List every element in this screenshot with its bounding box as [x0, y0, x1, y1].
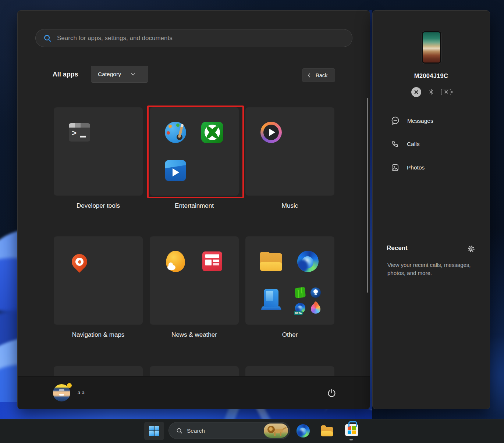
recent-description: View your recent calls, messages, photos…: [387, 261, 480, 277]
photos-label: Photos: [407, 164, 425, 171]
store-running-indicator: [349, 439, 353, 440]
scrollbar-thumb[interactable]: [367, 98, 368, 293]
start-menu-panel: All apps Category Back >: [17, 10, 370, 409]
phone-menu-messages[interactable]: Messages: [390, 116, 433, 126]
category-label: Other: [245, 331, 334, 339]
media-player-icon: [260, 121, 282, 143]
category-tile-news-weather[interactable]: [150, 236, 239, 325]
gear-icon: [467, 245, 475, 253]
microsoft-store-icon: [345, 424, 358, 436]
phone-menu-photos[interactable]: Photos: [390, 163, 425, 172]
start-search-bar[interactable]: [35, 29, 352, 47]
taskbar-search-box[interactable]: Search: [168, 422, 290, 439]
weather-icon: [164, 250, 187, 272]
chevron-down-icon: [131, 72, 136, 77]
category-tile-music[interactable]: [245, 107, 334, 196]
category-tile-partial[interactable]: [245, 366, 334, 376]
photos-icon: [390, 163, 400, 172]
back-button[interactable]: Back: [302, 68, 335, 82]
header-divider: [86, 69, 86, 81]
category-tile-other[interactable]: BETA: [245, 236, 334, 325]
entertainment-highlight-box: [147, 106, 244, 198]
category-tile-navigation-maps[interactable]: [54, 236, 143, 325]
tips-bulb-icon: [310, 287, 321, 298]
phone-menu-calls[interactable]: Calls: [390, 139, 419, 149]
edge-beta-label: BETA: [294, 311, 303, 315]
messages-label: Messages: [407, 118, 433, 124]
recent-settings-button[interactable]: [467, 244, 476, 253]
user-name[interactable]: a a: [78, 390, 85, 395]
phone-status-row: [373, 86, 490, 97]
taskbar-edge-button[interactable]: [297, 424, 310, 438]
disconnected-icon: [411, 87, 421, 97]
start-menu-footer: a a: [18, 376, 370, 409]
file-explorer-icon: [260, 250, 282, 272]
recent-heading: Recent: [387, 244, 408, 252]
category-label: News & weather: [150, 331, 239, 339]
category-tile-developer-tools[interactable]: >: [54, 107, 143, 196]
chevron-left-icon: [307, 73, 311, 78]
file-explorer-icon: [321, 425, 333, 436]
maps-icon: [68, 250, 90, 272]
power-button[interactable]: [326, 387, 337, 399]
phone-link-panel: M2004J19C Messages Calls Photos: [372, 10, 490, 409]
green-tiles-icon: [295, 287, 306, 298]
category-label: Music: [245, 202, 334, 210]
messages-icon: [390, 116, 400, 126]
battery-unknown-icon: [441, 89, 451, 95]
start-button[interactable]: [144, 422, 164, 440]
windows-logo-icon: [149, 426, 159, 436]
category-tile-partial[interactable]: [150, 366, 239, 376]
search-icon: [176, 428, 183, 434]
taskbar-file-explorer-button[interactable]: [320, 424, 334, 438]
phone-wallpaper-thumbnail: [422, 31, 441, 64]
windows-terminal-icon: >: [68, 121, 90, 143]
taskbar: Search: [0, 419, 504, 443]
category-tile-partial[interactable]: [54, 366, 143, 376]
category-label: Developer tools: [54, 202, 143, 210]
power-icon: [327, 388, 337, 398]
calls-label: Calls: [407, 141, 419, 147]
phone-link-icon: [260, 289, 282, 311]
edge-beta-icon: BETA: [295, 303, 305, 313]
category-dropdown-label: Category: [98, 71, 121, 78]
search-highlight-lion-image[interactable]: [264, 424, 288, 438]
microsoft-edge-icon: [297, 250, 319, 272]
taskbar-store-button[interactable]: [345, 422, 358, 436]
category-dropdown[interactable]: Category: [91, 66, 148, 83]
device-name: M2004J19C: [373, 72, 490, 79]
all-apps-heading: All apps: [53, 71, 78, 78]
microsoft-edge-icon: [297, 424, 310, 437]
avatar-badge: [67, 383, 72, 388]
back-button-label: Back: [316, 72, 327, 78]
taskbar-search-label: Search: [187, 422, 205, 439]
calls-icon: [390, 139, 400, 149]
search-input[interactable]: [36, 29, 352, 47]
color-drop-icon: [311, 303, 320, 314]
bluetooth-icon: [428, 87, 434, 96]
category-label: Navigation & maps: [54, 331, 143, 339]
news-icon: [201, 250, 223, 272]
category-label: Entertainment: [150, 202, 239, 210]
